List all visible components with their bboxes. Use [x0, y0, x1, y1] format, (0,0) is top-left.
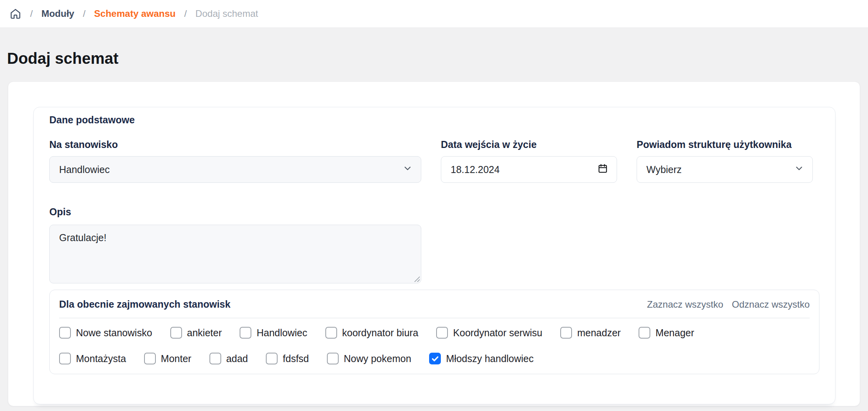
chevron-down-icon — [403, 164, 412, 175]
checkbox-icon[interactable] — [209, 353, 221, 364]
breadcrumb-separator: / — [184, 8, 187, 19]
checkbox-icon[interactable] — [429, 353, 441, 364]
panel-links: Zaznacz wszystko Odznacz wszystko — [647, 299, 810, 310]
checkbox-icon[interactable] — [560, 327, 572, 339]
description-label: Opis — [49, 206, 819, 218]
description-value: Gratulacje! — [59, 232, 106, 243]
checkbox-label: menadzer — [577, 327, 621, 339]
checkbox-icon[interactable] — [170, 327, 182, 339]
fields-row: Na stanowisko Handlowiec Data wejścia w … — [49, 139, 819, 183]
position-checkbox[interactable]: fdsfsd — [266, 353, 309, 364]
date-label: Data wejścia w życie — [441, 139, 617, 150]
checkbox-label: Młodszy handlowiec — [446, 353, 534, 364]
chevron-down-icon — [794, 164, 804, 175]
notify-select-value: Wybierz — [646, 164, 682, 175]
position-checkbox[interactable]: Młodszy handlowiec — [429, 353, 534, 364]
page-title: Dodaj schemat — [0, 28, 868, 81]
breadcrumb: / Moduły / Schematy awansu / Dodaj schem… — [0, 0, 868, 28]
checkbox-label: Nowe stanowisko — [76, 327, 152, 339]
position-select-value: Handlowiec — [59, 164, 110, 175]
form-card: Dane podstawowe Na stanowisko Handlowiec — [8, 81, 860, 406]
notify-label: Powiadom strukturę użytkownika — [637, 139, 813, 150]
breadcrumb-item-moduly[interactable]: Moduły — [42, 8, 74, 19]
checkbox-icon[interactable] — [266, 353, 278, 364]
checkbox-label: Handlowiec — [256, 327, 307, 339]
breadcrumb-item-current: Dodaj schemat — [195, 8, 258, 19]
position-select[interactable]: Handlowiec — [49, 156, 421, 183]
select-all-link[interactable]: Zaznacz wszystko — [647, 299, 724, 310]
position-checkbox[interactable]: koordynator biura — [325, 327, 419, 339]
position-label: Na stanowisko — [49, 139, 421, 150]
current-positions-panel: Dla obecnie zajmowanych stanowisk Zaznac… — [49, 290, 819, 374]
breadcrumb-separator: / — [83, 8, 86, 19]
checkbox-icon[interactable] — [59, 327, 71, 339]
basic-data-fieldset: Dane podstawowe Na stanowisko Handlowiec — [33, 107, 836, 404]
description-textarea[interactable]: Gratulacje! — [49, 225, 421, 283]
checkbox-icon[interactable] — [59, 353, 71, 364]
deselect-all-link[interactable]: Odznacz wszystko — [732, 299, 810, 310]
checkbox-icon[interactable] — [436, 327, 448, 339]
position-checkbox[interactable]: menadzer — [560, 327, 621, 339]
position-field-group: Na stanowisko Handlowiec — [49, 139, 421, 183]
checkbox-label: koordynator biura — [342, 327, 419, 339]
breadcrumb-separator: / — [30, 8, 33, 19]
notify-field-group: Powiadom strukturę użytkownika Wybierz — [637, 139, 813, 183]
home-icon[interactable] — [9, 8, 22, 20]
checkbox-label: ankieter — [187, 327, 222, 339]
position-checkbox[interactable]: Menager — [639, 327, 694, 339]
breadcrumb-item-schematy-awansu[interactable]: Schematy awansu — [94, 8, 175, 19]
position-checkbox[interactable]: Montażysta — [59, 353, 126, 364]
position-checkbox[interactable]: Nowe stanowisko — [59, 327, 152, 339]
position-checkbox[interactable]: Koordynator serwisu — [436, 327, 542, 339]
position-checkbox[interactable]: Monter — [144, 353, 191, 364]
checkbox-label: Monter — [161, 353, 191, 364]
checkbox-label: fdsfsd — [283, 353, 309, 364]
checkbox-icon[interactable] — [144, 353, 156, 364]
section-title: Dane podstawowe — [49, 114, 819, 126]
position-checkbox[interactable]: Handlowiec — [240, 327, 307, 339]
checkbox-icon[interactable] — [325, 327, 337, 339]
effective-date-value: 18.12.2024 — [451, 164, 500, 175]
effective-date-input[interactable]: 18.12.2024 — [441, 156, 617, 183]
panel-header: Dla obecnie zajmowanych stanowisk Zaznac… — [59, 297, 810, 318]
checkbox-label: Montażysta — [76, 353, 126, 364]
position-checkbox[interactable]: ankieter — [170, 327, 222, 339]
position-checkbox[interactable]: Nowy pokemon — [327, 353, 411, 364]
description-field-group: Opis Gratulacje! — [49, 206, 819, 283]
date-field-group: Data wejścia w życie 18.12.2024 — [441, 139, 617, 183]
calendar-icon[interactable] — [597, 163, 608, 176]
position-checkbox[interactable]: adad — [209, 353, 248, 364]
checkbox-label: Menager — [655, 327, 694, 339]
checkbox-label: adad — [226, 353, 248, 364]
checkbox-label: Koordynator serwisu — [453, 327, 542, 339]
checkbox-icon[interactable] — [240, 327, 251, 339]
checkbox-icon[interactable] — [639, 327, 650, 339]
positions-checkbox-grid: Nowe stanowisko ankieter — [59, 327, 810, 364]
panel-title: Dla obecnie zajmowanych stanowisk — [59, 299, 231, 310]
checkbox-label: Nowy pokemon — [344, 353, 411, 364]
screen: / Moduły / Schematy awansu / Dodaj schem… — [0, 0, 868, 411]
notify-structure-select[interactable]: Wybierz — [637, 156, 813, 183]
checkbox-icon[interactable] — [327, 353, 339, 364]
